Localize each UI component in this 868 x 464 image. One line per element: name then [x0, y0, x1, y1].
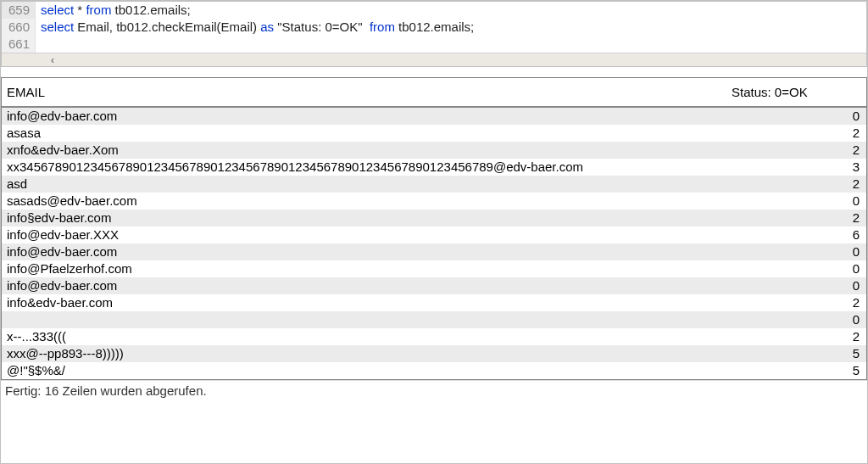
code-line[interactable]: 661: [2, 36, 866, 53]
cell-status[interactable]: 5: [726, 362, 866, 379]
code-text[interactable]: [36, 36, 41, 53]
cell-email[interactable]: info&edv-baer.com: [2, 294, 726, 311]
cell-status[interactable]: 6: [726, 226, 866, 243]
cell-status[interactable]: 0: [726, 311, 866, 328]
results-grid: EMAIL Status: 0=OK info@edv-baer.com0asa…: [1, 77, 867, 380]
cell-status[interactable]: 0: [726, 108, 866, 125]
table-row[interactable]: xxx@--pp893---8)))))5: [2, 345, 866, 362]
code-line[interactable]: 659select * from tb012.emails;: [2, 2, 866, 19]
cell-email[interactable]: info§edv-baer.com: [2, 210, 726, 226]
cell-status[interactable]: 2: [726, 328, 866, 345]
code-text[interactable]: select * from tb012.emails;: [36, 2, 191, 19]
column-header-status[interactable]: Status: 0=OK: [726, 78, 866, 106]
cell-email[interactable]: asasa: [2, 125, 726, 142]
cell-email[interactable]: xxx@--pp893---8))))): [2, 345, 726, 362]
scroll-left-icon[interactable]: ‹: [51, 54, 54, 66]
cell-email[interactable]: xx34567890123456789012345678901234567890…: [2, 159, 726, 176]
table-row[interactable]: @!"§$%&/5: [2, 362, 866, 379]
cell-email[interactable]: info@Pfaelzerhof.com: [2, 260, 726, 277]
line-number: 660: [2, 19, 36, 36]
cell-email[interactable]: info@edv-baer.com: [2, 243, 726, 260]
grid-header-row: EMAIL Status: 0=OK: [2, 78, 866, 108]
cell-status[interactable]: 0: [726, 243, 866, 260]
table-row[interactable]: xnfo&edv-baer.Xom2: [2, 142, 866, 159]
table-row[interactable]: xx34567890123456789012345678901234567890…: [2, 159, 866, 176]
table-row[interactable]: sasads@edv-baer.com0: [2, 193, 866, 210]
table-row[interactable]: info@edv-baer.com0: [2, 277, 866, 294]
sql-editor[interactable]: 659select * from tb012.emails;660select …: [1, 1, 867, 67]
table-row[interactable]: info§edv-baer.com2: [2, 210, 866, 226]
cell-status[interactable]: 2: [726, 294, 866, 311]
line-number: 661: [2, 36, 36, 53]
cell-email[interactable]: info@edv-baer.com: [2, 108, 726, 125]
cell-status[interactable]: 2: [726, 125, 866, 142]
cell-email[interactable]: sasads@edv-baer.com: [2, 193, 726, 210]
cell-email[interactable]: info@edv-baer.XXX: [2, 226, 726, 243]
table-row[interactable]: asd2: [2, 176, 866, 193]
cell-status[interactable]: 0: [726, 193, 866, 210]
table-row[interactable]: asasa2: [2, 125, 866, 142]
table-row[interactable]: 0: [2, 311, 866, 328]
editor-horizontal-scrollbar[interactable]: ‹: [2, 53, 866, 66]
cell-status[interactable]: 0: [726, 277, 866, 294]
table-row[interactable]: info@edv-baer.XXX6: [2, 226, 866, 243]
cell-status[interactable]: 3: [726, 159, 866, 176]
table-row[interactable]: info&edv-baer.com2: [2, 294, 866, 311]
cell-email[interactable]: @!"§$%&/: [2, 362, 726, 379]
cell-email[interactable]: [2, 311, 726, 328]
status-bar: Fertig: 16 Zeilen wurden abgerufen.: [1, 380, 867, 401]
cell-status[interactable]: 2: [726, 142, 866, 159]
cell-email[interactable]: asd: [2, 176, 726, 193]
column-header-email[interactable]: EMAIL: [2, 78, 726, 106]
splitter[interactable]: [1, 67, 867, 77]
table-row[interactable]: x--...333(((2: [2, 328, 866, 345]
cell-status[interactable]: 2: [726, 210, 866, 226]
table-row[interactable]: info@edv-baer.com0: [2, 108, 866, 125]
code-line[interactable]: 660select Email, tb012.checkEmail(Email)…: [2, 19, 866, 36]
line-number: 659: [2, 2, 36, 19]
cell-status[interactable]: 2: [726, 176, 866, 193]
cell-email[interactable]: xnfo&edv-baer.Xom: [2, 142, 726, 159]
table-row[interactable]: info@edv-baer.com0: [2, 243, 866, 260]
cell-email[interactable]: info@edv-baer.com: [2, 277, 726, 294]
cell-status[interactable]: 0: [726, 260, 866, 277]
code-text[interactable]: select Email, tb012.checkEmail(Email) as…: [36, 19, 474, 36]
cell-email[interactable]: x--...333(((: [2, 328, 726, 345]
table-row[interactable]: info@Pfaelzerhof.com0: [2, 260, 866, 277]
cell-status[interactable]: 5: [726, 345, 866, 362]
